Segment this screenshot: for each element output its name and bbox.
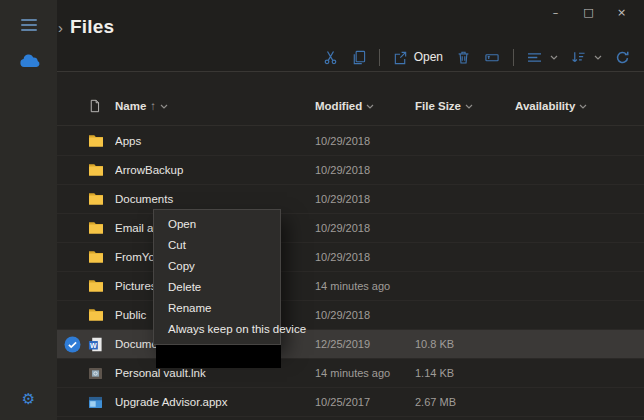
selected-check-icon (64, 336, 81, 353)
folder-icon (88, 308, 104, 322)
file-name[interactable]: ArrowBackup (115, 164, 315, 176)
view-list-icon (527, 51, 542, 64)
file-modified: 10/29/2018 (315, 251, 415, 263)
file-modified: 10/29/2018 (315, 193, 415, 205)
file-row[interactable]: WDocumen12/25/201910.8 KB (57, 330, 644, 359)
minimize-button[interactable]: – (539, 2, 572, 22)
sidebar: ⚙ (0, 0, 57, 420)
file-modified: 14 minutes ago (315, 367, 415, 379)
chevron-down-icon (594, 55, 602, 60)
cut-button[interactable] (323, 50, 338, 65)
refresh-icon (615, 50, 630, 65)
file-size: 1.14 KB (415, 367, 515, 379)
file-icon-cell: W (88, 337, 115, 352)
close-button[interactable]: × (605, 2, 638, 22)
file-list: Apps10/29/2018ArrowBackup10/29/2018Docum… (57, 127, 644, 417)
file-icon-cell (88, 308, 115, 322)
chevron-right-icon[interactable]: › (58, 20, 63, 35)
column-header-availability[interactable]: Availability (515, 100, 615, 112)
file-modified: 10/29/2018 (315, 222, 415, 234)
toolbar: Open (323, 44, 630, 70)
file-row[interactable]: Documents10/29/2018 (57, 185, 644, 214)
app-package-icon (88, 396, 103, 409)
context-menu-item-copy[interactable]: Copy (154, 256, 280, 277)
file-row[interactable]: Public10/29/2018 (57, 301, 644, 330)
open-button[interactable]: Open (393, 50, 443, 65)
file-icon-cell (88, 279, 115, 293)
settings-button[interactable]: ⚙ (0, 382, 57, 416)
row-selection-gutter[interactable] (57, 336, 88, 353)
context-menu-item-cut[interactable]: Cut (154, 235, 280, 256)
file-modified: 10/25/2017 (315, 396, 415, 408)
view-options-button[interactable] (527, 51, 558, 64)
sort-icon (571, 50, 586, 64)
delete-icon (456, 50, 471, 65)
folder-icon (88, 134, 104, 148)
chevron-down-icon (366, 104, 374, 109)
column-header-modified[interactable]: Modified (315, 100, 415, 112)
file-modified: 14 minutes ago (315, 280, 415, 292)
column-header-size[interactable]: File Size (415, 100, 515, 112)
toolbar-divider (57, 71, 644, 72)
open-button-label: Open (414, 50, 443, 64)
file-name[interactable]: Upgrade Advisor.appx (115, 396, 315, 408)
file-name[interactable]: Documents (115, 193, 315, 205)
file-modified: 10/29/2018 (315, 164, 415, 176)
onedrive-window: ⚙ – □ × › Files (0, 0, 644, 420)
open-icon (393, 50, 408, 65)
chevron-down-icon (550, 55, 558, 60)
rename-icon (484, 50, 500, 65)
folder-icon (88, 279, 104, 293)
file-row[interactable]: Email atta10/29/2018 (57, 214, 644, 243)
file-row[interactable]: Upgrade Advisor.appx10/25/20172.67 MB (57, 388, 644, 417)
file-icon-cell (88, 163, 115, 177)
column-label: Modified (315, 100, 362, 112)
context-menu-item-delete[interactable]: Delete (154, 277, 280, 298)
file-name[interactable]: Apps (115, 135, 315, 147)
column-header-name[interactable]: Name ↑ (115, 100, 315, 112)
cut-icon (323, 50, 338, 65)
file-modified: 10/29/2018 (315, 135, 415, 147)
file-type-column-icon[interactable] (88, 99, 115, 113)
file-icon-cell (88, 396, 115, 409)
file-row[interactable]: FromYour10/29/2018 (57, 243, 644, 272)
gear-icon: ⚙ (22, 392, 35, 407)
context-menu-item-always-keep-on-this-device[interactable]: Always keep on this device (154, 319, 280, 340)
maximize-button[interactable]: □ (572, 2, 605, 22)
hamburger-icon (21, 19, 37, 31)
context-menu-item-rename[interactable]: Rename (154, 298, 280, 319)
file-icon-cell (88, 250, 115, 264)
file-icon-cell (88, 134, 115, 148)
redaction-box (156, 341, 281, 368)
chevron-down-icon (465, 104, 473, 109)
file-modified: 10/29/2018 (315, 309, 415, 321)
file-icon-cell (88, 221, 115, 235)
breadcrumb: › Files (58, 16, 114, 38)
rename-button[interactable] (484, 50, 500, 65)
sort-button[interactable] (571, 50, 602, 64)
toolbar-separator (513, 49, 514, 66)
file-row[interactable]: ArrowBackup10/29/2018 (57, 156, 644, 185)
copy-button[interactable] (351, 50, 366, 65)
refresh-button[interactable] (615, 50, 630, 65)
file-name[interactable]: Personal vault.lnk (115, 367, 315, 379)
file-row[interactable]: Personal vault.lnk14 minutes ago1.14 KB (57, 359, 644, 388)
vault-icon (88, 367, 103, 380)
column-label: File Size (415, 100, 461, 112)
file-row[interactable]: Pictures14 minutes ago (57, 272, 644, 301)
context-menu-item-open[interactable]: Open (154, 214, 280, 235)
file-size: 2.67 MB (415, 396, 515, 408)
copy-icon (351, 50, 366, 65)
page-title: Files (70, 16, 114, 38)
chevron-down-icon (160, 104, 168, 109)
column-label: Name (115, 100, 146, 112)
delete-button[interactable] (456, 50, 471, 65)
file-row[interactable]: Apps10/29/2018 (57, 127, 644, 156)
list-header: Name ↑ Modified File Size Availability (57, 95, 644, 126)
folder-icon (88, 221, 104, 235)
sort-ascending-icon: ↑ (150, 100, 156, 112)
file-modified: 12/25/2019 (315, 338, 415, 350)
onedrive-button[interactable] (0, 44, 57, 78)
folder-icon (88, 192, 104, 206)
menu-button[interactable] (0, 8, 57, 42)
